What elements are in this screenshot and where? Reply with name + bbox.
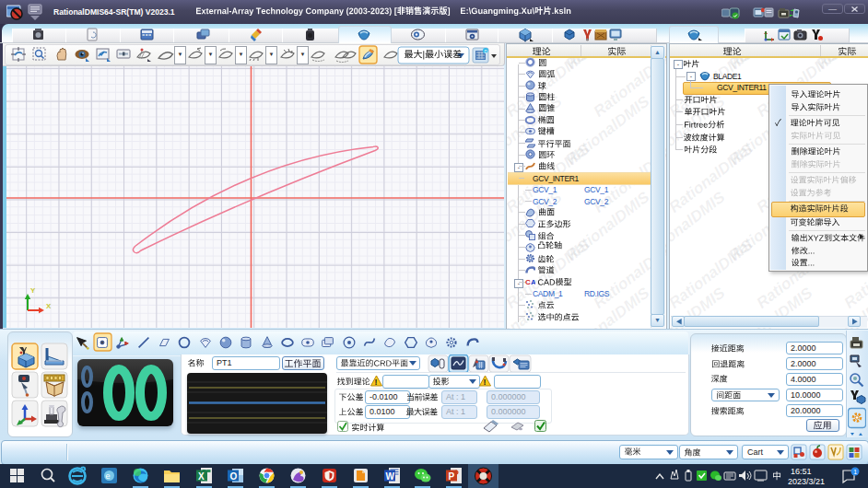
svg-text:Y: Y bbox=[30, 286, 36, 295]
svg-text:!: ! bbox=[484, 378, 487, 387]
svg-text:D: D bbox=[485, 49, 488, 54]
svg-text:!: ! bbox=[375, 378, 378, 387]
svg-text:P: P bbox=[449, 471, 455, 482]
svg-text:W: W bbox=[386, 471, 395, 482]
svg-text:e: e bbox=[106, 471, 111, 481]
svg-text:2023/3/21: 2023/3/21 bbox=[788, 477, 825, 486]
svg-text:X: X bbox=[46, 302, 52, 310]
svg-text:X: X bbox=[198, 471, 205, 482]
svg-text:16:51: 16:51 bbox=[791, 467, 812, 476]
svg-text:A: A bbox=[531, 278, 535, 286]
svg-text:O: O bbox=[230, 471, 238, 482]
svg-text:1: 1 bbox=[853, 469, 857, 475]
